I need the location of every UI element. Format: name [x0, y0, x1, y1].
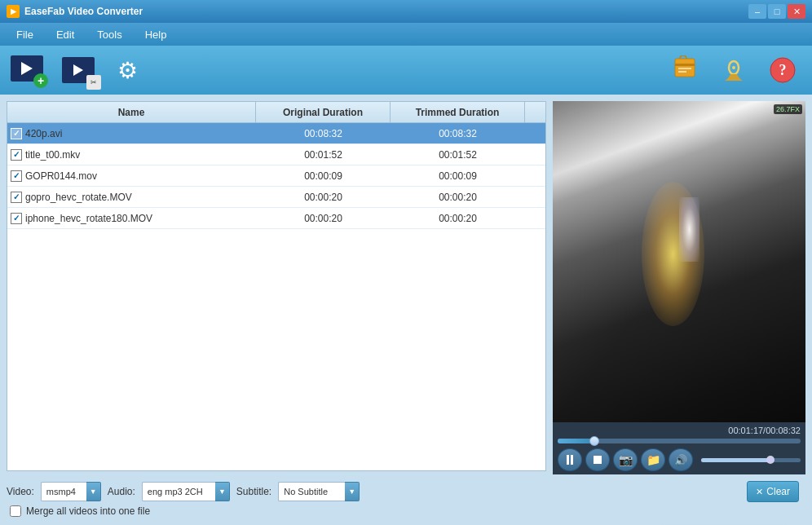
titlebar-left: ▶ EaseFab Video Converter [7, 5, 143, 18]
svg-rect-3 [678, 71, 686, 73]
row-orig-1: 00:01:52 [256, 149, 391, 161]
bottom-bar: Video: ▼ Audio: ▼ Subtitle: ▼ ✕ Clear [0, 478, 812, 525]
camera-icon: 📷 [619, 453, 633, 466]
folder-icon: 📁 [647, 453, 660, 466]
table-row[interactable]: gopro_hevc_rotate.MOV 00:00:20 00:00:20 [7, 187, 545, 208]
row-name-1: title_t00.mkv [7, 149, 256, 161]
svg-text:?: ? [779, 62, 787, 78]
table-row[interactable]: title_t00.mkv 00:01:52 00:01:52 [7, 144, 545, 165]
merge-checkbox[interactable] [10, 505, 21, 517]
row-checkbox-2[interactable] [11, 170, 22, 182]
volume-thumb[interactable] [766, 456, 774, 464]
volume-bar[interactable] [701, 458, 801, 462]
row-trim-0: 00:08:32 [391, 128, 525, 139]
row-checkbox-1[interactable] [11, 149, 22, 161]
time-display: 00:01:17/00:08:32 [558, 426, 801, 435]
row-checkbox-3[interactable] [11, 192, 22, 203]
settings-button[interactable]: ⚙ [106, 49, 148, 91]
merge-row: Merge all videos into one file [7, 505, 805, 517]
video-label: Video: [7, 486, 34, 497]
menu-tools[interactable]: Tools [87, 25, 131, 44]
audio-dropdown-arrow[interactable]: ▼ [215, 482, 230, 501]
minimize-button[interactable]: – [748, 4, 766, 19]
close-button[interactable]: ✕ [788, 4, 805, 19]
fps-badge: 26.7FX [774, 104, 802, 114]
add-video-button[interactable]: + [8, 49, 51, 91]
row-name-0: 420p.avi [7, 128, 256, 139]
media-controls-row: Video: ▼ Audio: ▼ Subtitle: ▼ ✕ Clear [7, 481, 805, 502]
stop-button[interactable] [585, 448, 610, 471]
video-dropdown-arrow[interactable]: ▼ [86, 482, 101, 501]
file-list: Name Original Duration Trimmed Duration … [7, 101, 546, 471]
table-row[interactable]: GOPR0144.mov 00:00:09 00:00:09 [7, 165, 545, 187]
row-orig-0: 00:08:32 [256, 128, 391, 139]
audio-input[interactable] [142, 482, 215, 501]
row-checkbox-4[interactable] [11, 213, 22, 224]
list-header: Name Original Duration Trimmed Duration [7, 102, 545, 123]
row-name-3: gopro_hevc_rotate.MOV [7, 192, 256, 203]
ctrl-row: 📷 📁 🔊 [558, 448, 801, 471]
register-button[interactable] [713, 49, 755, 91]
audio-combo-wrapper: ▼ [142, 482, 230, 501]
clear-button[interactable]: ✕ Clear [747, 481, 799, 502]
video-combo-wrapper: ▼ [41, 482, 101, 501]
svg-point-5 [732, 66, 735, 69]
preview-panel: 26.7FX 00:01:17/00:08:32 📷 [553, 101, 805, 474]
pause-button[interactable] [558, 448, 582, 471]
toolbar-right: ? [664, 49, 804, 91]
video-preview: 26.7FX [553, 101, 805, 422]
svg-rect-2 [678, 68, 691, 69]
subtitle-combo-wrapper: ▼ [278, 482, 360, 501]
menubar: File Edit Tools Help [0, 23, 812, 46]
screenshot-button[interactable]: 📷 [613, 448, 638, 471]
titlebar: ▶ EaseFab Video Converter – □ ✕ [0, 0, 812, 23]
row-orig-2: 00:00:09 [256, 170, 391, 182]
menu-edit[interactable]: Edit [46, 25, 84, 44]
main-area: Name Original Duration Trimmed Duration … [0, 95, 812, 525]
merge-label: Merge all videos into one file [26, 505, 150, 517]
row-orig-4: 00:00:20 [256, 213, 391, 224]
row-name-4: iphone_hevc_rotate180.MOV [7, 213, 256, 224]
maximize-button[interactable]: □ [768, 4, 786, 19]
audio-label: Audio: [108, 486, 135, 497]
seek-bar[interactable] [558, 439, 801, 443]
table-row[interactable]: iphone_hevc_rotate180.MOV 00:00:20 00:00… [7, 208, 545, 229]
subtitle-dropdown-arrow[interactable]: ▼ [345, 482, 360, 501]
toolbar-left: + ✂ ⚙ [8, 49, 148, 91]
row-orig-3: 00:00:20 [256, 192, 391, 203]
row-trim-2: 00:00:09 [391, 170, 525, 182]
app-icon: ▶ [7, 5, 20, 18]
subtitle-input[interactable] [278, 482, 345, 501]
window-controls: – □ ✕ [748, 4, 805, 19]
help-button[interactable]: ? [761, 49, 804, 91]
svg-rect-6 [731, 77, 736, 81]
menu-help[interactable]: Help [135, 25, 177, 44]
row-trim-1: 00:01:52 [391, 149, 525, 161]
open-file-button[interactable]: 📁 [641, 448, 665, 471]
buy-button[interactable] [664, 49, 706, 91]
preview-controls: 00:01:17/00:08:32 📷 📁 [553, 422, 805, 474]
table-row[interactable]: 420p.avi 00:08:32 00:08:32 [7, 123, 545, 144]
edit-video-button[interactable]: ✂ [57, 49, 99, 91]
seek-thumb[interactable] [589, 436, 599, 446]
row-trim-4: 00:00:20 [391, 213, 525, 224]
row-checkbox-0[interactable] [11, 128, 22, 139]
col-trim: Trimmed Duration [391, 102, 525, 122]
volume-button[interactable]: 🔊 [669, 448, 693, 471]
video-input[interactable] [41, 482, 86, 501]
x-icon: ✕ [756, 487, 763, 497]
col-name: Name [7, 102, 256, 122]
row-trim-3: 00:00:20 [391, 192, 525, 203]
row-name-2: GOPR0144.mov [7, 170, 256, 182]
toolbar: + ✂ ⚙ [0, 46, 812, 95]
volume-fill [701, 458, 770, 462]
app-title: EaseFab Video Converter [24, 6, 143, 17]
speaker-icon: 🔊 [674, 454, 687, 466]
menu-file[interactable]: File [7, 25, 43, 44]
subtitle-label: Subtitle: [236, 486, 271, 497]
col-orig: Original Duration [256, 102, 391, 122]
svg-rect-1 [675, 64, 695, 66]
file-list-container: Name Original Duration Trimmed Duration … [0, 95, 812, 478]
